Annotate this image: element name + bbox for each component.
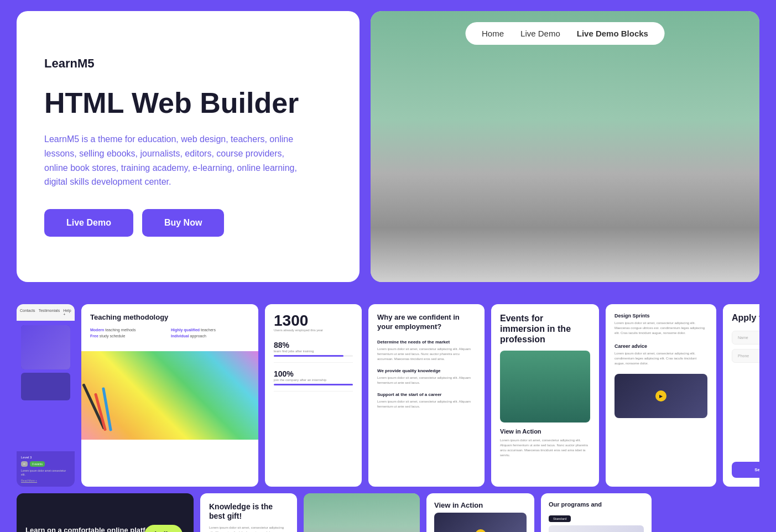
block-online-platform: Learn on a comfortable online platform. … [17,493,194,532]
video-thumbnail[interactable]: ▶ [434,513,527,532]
block-teaching-methodology: Teaching methodology Modern teaching met… [81,304,258,487]
events-image [500,351,590,423]
block-design-sprints: Design Sprints Lorem ipsum dolor sit ame… [606,304,716,487]
edit-badge: ✏ [21,461,28,467]
program-thumbnail [549,525,644,532]
block-laptop-image [304,493,420,532]
block-view-action: View in Action ▶ [426,493,534,532]
block-confident: Why are we confident in your employment?… [368,304,485,487]
teaching-image [81,351,258,440]
block-stats: 1300 Users already employed this year 88… [265,304,362,487]
confident-title: Why are we confident in your employment? [377,313,476,332]
hero-left-panel: LearnM5 HTML Web Builder LearnM5 is a th… [17,11,360,282]
stat-row-2: 100% join the company after an internshi… [274,369,353,392]
stat-fill-2 [274,384,353,385]
online-main-text: Learn on a comfortable online platform. [25,525,161,532]
tab-contacts[interactable]: Contacts [20,309,35,316]
live-demo-button[interactable]: Live Demo [44,209,133,237]
logo: LearnM5 [44,56,332,71]
knowledge-text: Lorem ipsum dolor sit amet, consectetur … [209,525,288,532]
programs-title: Our programs and [549,501,644,508]
sidebar-content: Level 3 ✏ 0 events Lorem ipsum dolor ame… [17,321,75,487]
block-sidebar-app: Contacts Testimonials Help + Level 3 ✏ 0… [17,304,75,487]
stats-number: 1300 [274,313,353,328]
feature-qualified: Highly qualified teachers [171,328,249,332]
hero-section: LearnM5 HTML Web Builder LearnM5 is a th… [0,0,776,299]
apply-title: Apply for study [732,313,759,323]
sidebar-text: Lorem ipsum dolor amet consectetur elit. [21,469,70,477]
level-badge: Level 3 [21,456,70,459]
sidebar-tabs: Contacts Testimonials Help + [17,304,75,321]
hero-navigation: Home Live Demo Live Demo Blocks [465,22,665,45]
events-title: Events for immersion in the profession [500,313,590,345]
read-more-link[interactable]: Read More + [21,479,70,482]
hello-badge: hello [144,525,183,532]
send-application-button[interactable]: Send an application [732,462,759,478]
stat-fill-1 [274,355,343,357]
laptop-background [371,11,759,282]
block-programs: Our programs and Standard from 15$ lesso… [541,493,652,532]
nav-home[interactable]: Home [482,29,504,38]
confident-item-2: We provide quality knowledge Lorem ipsum… [377,368,476,385]
block-knowledge: Knowledge is the best gift! Lorem ipsum … [200,493,297,532]
blocks-grid-row2: Learn on a comfortable online platform. … [17,493,759,532]
career-advice-text: Lorem ipsum dolor sit amet, consectetur … [614,351,707,366]
blocks-grid-row1: Contacts Testimonials Help + Level 3 ✏ 0… [17,304,759,487]
stat-label-2: join the company after an internship [274,378,353,382]
feature-individual: Individual approach [171,334,249,338]
design-item-2: Career advice Lorem ipsum dolor sit amet… [614,343,707,366]
view-action-title: View in Action [434,501,527,509]
view-in-action-desc: Lorem ipsum dolor sit amet, consectetur … [500,438,590,458]
name-field[interactable]: Name [732,331,759,345]
hero-right-panel: Home Live Demo Live Demo Blocks [371,11,759,282]
event-badges: ✏ 0 events [21,461,70,467]
view-in-action-title: View in Action [500,428,590,435]
sidebar-info: Level 3 ✏ 0 events Lorem ipsum dolor ame… [17,451,75,487]
confident-item-title-3: Support at the start of a career [377,392,476,397]
confident-item-text-1: Lorem ipsum dolor sit amet, consectetur … [377,347,476,362]
block-events: Events for immersion in the profession V… [491,304,599,487]
laptop-image-visual [304,493,420,532]
block-apply-study: Apply for study Name Phone Send an appli… [723,304,759,487]
stat-bar-1 [274,355,353,357]
stat-bar-2 [274,384,353,385]
stats-subtitle: Users already employed this year [274,328,353,332]
tab-testimonials[interactable]: Testimonials [39,309,60,316]
stat-percent-1: 88% [274,341,353,350]
teaching-features: Modern teaching methods Highly qualified… [90,328,249,338]
design-sprints-title: Design Sprints [614,313,707,319]
nav-live-demo[interactable]: Live Demo [520,29,560,38]
hero-buttons: Live Demo Buy Now [44,209,332,237]
career-advice-title: Career advice [614,343,707,349]
design-sprints-text: Lorem ipsum dolor sit amet, consectetur … [614,321,707,336]
hero-image [371,11,759,282]
confident-item-title-2: We provide quality knowledge [377,368,476,373]
feature-modern: Modern teaching methods [90,328,169,332]
stat-percent-2: 100% [274,369,353,378]
stat-label-1: learn find jobs after training [274,350,353,353]
blocks-section: Contacts Testimonials Help + Level 3 ✏ 0… [0,299,776,532]
teaching-top: Teaching methodology Modern teaching met… [81,304,258,351]
program-badge: Standard [549,515,571,522]
confident-item-1: Determine the needs of the market Lorem … [377,340,476,362]
confident-item-3: Support at the start of a career Lorem i… [377,392,476,409]
pencils-visual [81,351,258,440]
feature-free: Free study schedule [90,334,169,338]
tab-help[interactable]: Help + [63,309,71,316]
nav-live-demo-blocks[interactable]: Live Demo Blocks [577,29,648,38]
hero-title: HTML Web Builder [44,87,332,119]
knowledge-title: Knowledge is the best gift! [209,502,288,521]
hero-description: LearnM5 is a theme for education, web de… [44,132,310,189]
design-item-1: Design Sprints Lorem ipsum dolor sit ame… [614,313,707,336]
events-badge: 0 events [30,461,45,467]
buy-now-button[interactable]: Buy Now [142,209,224,237]
teaching-title: Teaching methodology [90,313,249,321]
confident-item-text-2: Lorem ipsum dolor sit amet, consectetur … [377,375,476,385]
confident-item-text-3: Lorem ipsum dolor sit amet, consectetur … [377,399,476,409]
online-text: Learn on a comfortable online platform. … [25,525,161,532]
stat-row-1: 88% learn find jobs after training [274,341,353,363]
confident-item-title-1: Determine the needs of the market [377,340,476,345]
phone-field[interactable]: Phone [732,349,759,363]
